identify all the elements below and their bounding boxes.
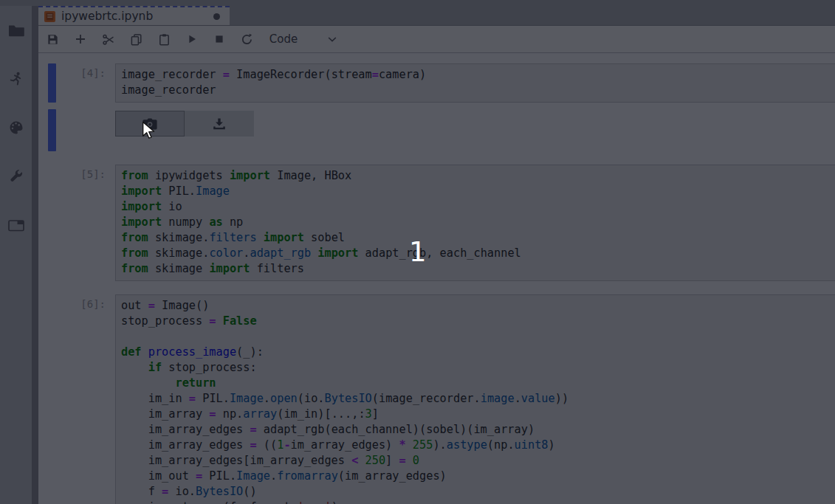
save-icon [47,33,59,46]
activity-sidebar [0,6,32,504]
camera-icon [142,117,158,131]
code-line: im_out.save(f, format='png') [121,500,835,504]
code-line: f = io.BytesIO() [121,484,835,500]
execution-count: [6]: [56,294,115,504]
image-recorder-widget [115,109,835,151]
stop-icon [213,33,225,45]
notebook-cell: [5]:from ipywidgets import Image, HBoxim… [38,165,835,281]
notebook-cell: [6]:out = Image()stop_process = Falsedef… [38,294,835,504]
sidebar-border-strip [32,6,38,504]
code-line: im_array = np.array(im_in)[...,:3] [121,407,835,422]
code-line: from ipywidgets import Image, HBox [121,168,835,184]
save-button[interactable] [39,28,67,50]
code-line: return [121,376,835,391]
notebook-area: [4]:image_recorder = ImageRecorder(strea… [38,53,835,504]
code-line: im_array_edges[im_array_edges < 250] = 0 [121,453,835,469]
scissors-icon [102,33,114,46]
execution-count: [5]: [56,165,115,281]
run-button[interactable] [178,28,206,50]
code-editor[interactable]: from ipywidgets import Image, HBoximport… [115,165,835,281]
code-line: image_recorder [121,83,835,98]
cell-type-value: Code [269,32,298,46]
cell-type-dropdown[interactable]: Code [269,32,337,46]
insert-cell-button[interactable] [67,28,95,50]
code-line: image_recorder = ImageRecorder(stream=ca… [121,67,835,83]
code-line: im_in = PIL.Image.open(io.BytesIO(image_… [121,391,835,407]
code-line: import PIL.Image [121,184,835,199]
code-line: import io [121,199,835,215]
code-line: im_array_edges = adapt_rgb(each_channel)… [121,422,835,438]
tab-ipywebrtc[interactable]: ipywebrtc.ipynb [38,6,230,25]
cell-output-collapser[interactable] [48,109,56,151]
chevron-down-icon [328,37,337,42]
palette-icon [9,120,24,135]
paste-button[interactable] [150,28,178,50]
code-line: out = Image() [121,298,835,314]
code-line: from skimage import filters [121,261,835,277]
play-icon [186,33,198,45]
tab-title: ipywebrtc.ipynb [61,10,213,23]
code-line: im_array_edges = ((1-im_array_edges) * 2… [121,438,835,453]
code-line [121,329,835,345]
cell-input-collapser[interactable] [48,294,56,504]
runner-icon [9,72,24,86]
download-icon [212,117,227,131]
download-image-button[interactable] [185,111,254,137]
output-prompt [56,109,115,151]
sidebar-item-tools[interactable] [0,152,32,201]
code-editor[interactable]: out = Image()stop_process = Falsedef pro… [115,294,835,504]
stop-button[interactable] [206,28,234,50]
restart-icon [241,33,253,46]
copy-icon [130,33,142,46]
folder-icon [8,24,24,37]
notebook-cell: [4]:image_recorder = ImageRecorder(strea… [38,63,835,151]
code-line: def process_image(_): [121,345,835,360]
code-editor[interactable]: image_recorder = ImageRecorder(stream=ca… [115,63,835,103]
notebook-toolbar: Code [38,26,835,53]
tab-bar: ipywebrtc.ipynb [38,6,835,26]
sidebar-item-palette[interactable] [0,103,32,152]
clipboard-icon [158,33,171,46]
dirty-indicator-dot[interactable] [213,13,220,20]
code-line: stop_process = False [121,314,835,329]
execution-count: [4]: [56,63,115,103]
copy-button[interactable] [123,28,151,50]
wrench-icon [9,169,24,184]
notebook-icon [44,11,55,22]
camera-snapshot-button[interactable] [115,111,185,137]
cut-button[interactable] [95,28,123,50]
top-strip [0,0,835,6]
sidebar-item-files[interactable] [0,6,32,55]
tabs-icon [8,218,24,232]
code-line: from skimage.filters import sobel [121,230,835,246]
jupyterlab-window: ipywebrtc.ipynb [0,0,835,504]
code-line: if stop_process: [121,360,835,376]
restart-kernel-button[interactable] [233,28,261,50]
code-line: import numpy as np [121,215,835,230]
cell-input-collapser[interactable] [48,165,56,281]
plus-icon [75,33,86,45]
code-line: from skimage.color.adapt_rgb import adap… [121,246,835,261]
code-line: im_out = PIL.Image.fromarray(im_array_ed… [121,469,835,484]
sidebar-item-running[interactable] [0,55,32,103]
sidebar-item-tabs[interactable] [0,201,32,249]
cell-input-collapser[interactable] [48,63,56,103]
